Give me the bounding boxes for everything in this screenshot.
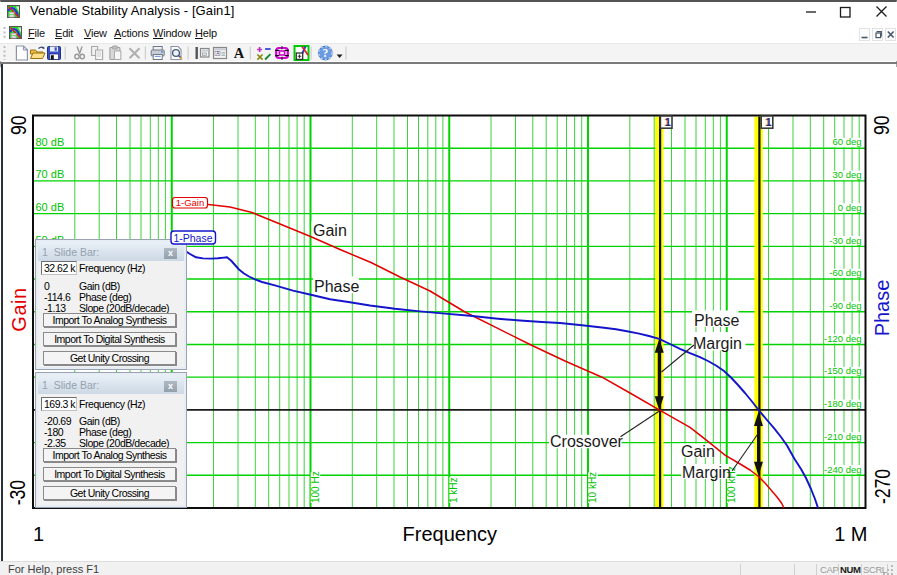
svg-text:Gain: Gain — [313, 222, 347, 239]
svg-text:1: 1 — [665, 116, 671, 128]
svg-text:1: 1 — [33, 523, 44, 545]
svg-text:-240 deg: -240 deg — [824, 464, 862, 475]
svg-text:-30: -30 — [6, 480, 30, 505]
svg-text:Gain: Gain — [8, 287, 30, 331]
svg-text:Margin: Margin — [682, 464, 731, 481]
svg-text:10 kHz: 10 kHz — [587, 472, 598, 503]
svg-text:-270: -270 — [870, 469, 894, 504]
svg-text:-90 deg: -90 deg — [829, 300, 861, 311]
svg-text:60 dB: 60 dB — [36, 201, 65, 213]
svg-text:90: 90 — [869, 115, 893, 135]
svg-text:-60 deg: -60 deg — [829, 267, 861, 278]
svg-text:Crossover: Crossover — [550, 433, 624, 450]
svg-text:1-Phase: 1-Phase — [173, 232, 212, 244]
svg-text:1 M: 1 M — [834, 523, 867, 545]
svg-text:-150 deg: -150 deg — [824, 365, 862, 376]
svg-text:Phase: Phase — [314, 278, 359, 295]
svg-text:80 dB: 80 dB — [36, 136, 65, 148]
svg-text:Margin: Margin — [693, 335, 742, 352]
svg-text:1-Gain: 1-Gain — [176, 197, 205, 208]
svg-text:Phase: Phase — [870, 280, 894, 337]
svg-text:30 deg: 30 deg — [832, 169, 861, 180]
svg-text:-120 deg: -120 deg — [824, 333, 862, 344]
svg-text:Phase: Phase — [694, 312, 739, 329]
svg-text:-210 deg: -210 deg — [824, 431, 862, 442]
svg-text:1: 1 — [766, 116, 772, 128]
svg-text:Gain: Gain — [681, 443, 715, 460]
svg-text:-180 deg: -180 deg — [824, 398, 862, 409]
svg-text:0 deg: 0 deg — [838, 202, 862, 213]
svg-text:70 dB: 70 dB — [36, 168, 65, 180]
svg-text:60 deg: 60 deg — [832, 136, 861, 147]
svg-text:-30 deg: -30 deg — [829, 235, 861, 246]
svg-text:90: 90 — [6, 115, 30, 135]
svg-text:100 Hz: 100 Hz — [310, 471, 321, 503]
svg-text:1 kHz: 1 kHz — [448, 477, 459, 503]
svg-text:Frequency: Frequency — [403, 523, 498, 545]
